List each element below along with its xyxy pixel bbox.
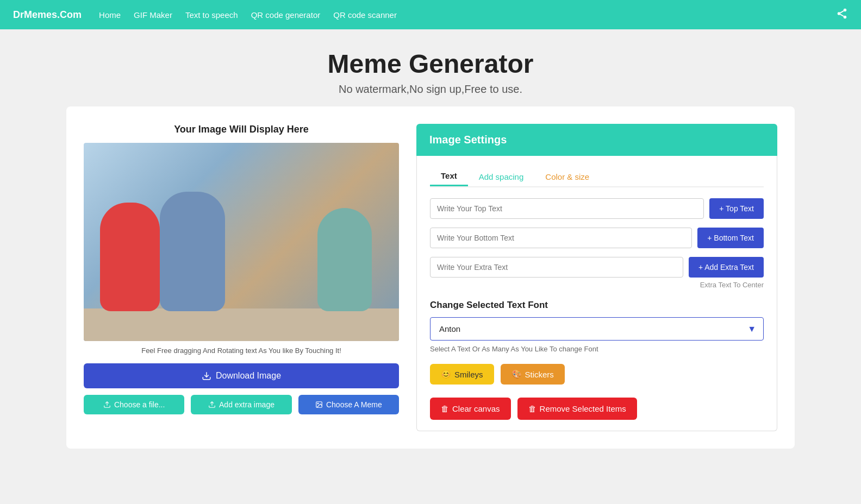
svg-line-4 <box>840 10 844 12</box>
tab-color-size[interactable]: Color & size <box>534 167 600 186</box>
add-extra-text-button[interactable]: + Add Extra Text <box>689 257 764 278</box>
add-extra-image-label: Add extra image <box>219 400 274 409</box>
font-section-title: Change Selected Text Font <box>430 300 764 311</box>
extra-text-input[interactable] <box>430 257 683 278</box>
brand-logo[interactable]: DrMemes.Com <box>13 9 82 21</box>
stickers-label: Stickers <box>525 370 554 379</box>
tab-text[interactable]: Text <box>430 167 468 186</box>
nav-link-home[interactable]: Home <box>99 10 121 20</box>
top-text-input[interactable] <box>430 198 704 219</box>
bottom-buttons: Choose a file... Add extra image Choose … <box>84 395 399 414</box>
add-extra-image-button[interactable]: Add extra image <box>191 395 291 414</box>
nav-link-qr-gen[interactable]: QR code generator <box>251 10 321 20</box>
download-button-label: Download Image <box>216 371 281 381</box>
left-panel: Your Image Will Display Here Feel Free d… <box>84 124 399 431</box>
svg-point-1 <box>838 12 841 15</box>
smileys-label: Smileys <box>454 370 483 379</box>
figure-blue <box>160 192 225 311</box>
smiley-icon: 😊 <box>441 369 451 379</box>
page-header: Meme Generator No watermark,No sign up,F… <box>0 29 861 106</box>
sticker-icon: 🎨 <box>511 369 522 379</box>
main-card: Your Image Will Display Here Feel Free d… <box>66 106 795 449</box>
choose-meme-label: Choose A Meme <box>326 400 382 409</box>
nav-link-qr-scan[interactable]: QR code scanner <box>333 10 397 20</box>
image-display-title: Your Image Will Display Here <box>174 124 309 135</box>
meme-canvas[interactable] <box>84 143 399 341</box>
nav-link-tts[interactable]: Text to speech <box>185 10 238 20</box>
smileys-button[interactable]: 😊 Smileys <box>430 364 494 385</box>
top-text-row: + Top Text <box>430 198 764 219</box>
action-buttons: 🗑 Clear canvas 🗑 Remove Selected Items <box>430 398 764 420</box>
font-hint: Select A Text Or As Many As You Like To … <box>430 345 764 353</box>
stickers-button[interactable]: 🎨 Stickers <box>501 364 565 385</box>
page-title: Meme Generator <box>0 49 861 79</box>
svg-line-3 <box>840 14 844 16</box>
settings-body: Text Add spacing Color & size + Top Text… <box>416 156 777 431</box>
nav-link-gif[interactable]: GIF Maker <box>134 10 172 20</box>
bottom-text-row: + Bottom Text <box>430 228 764 248</box>
settings-tabs: Text Add spacing Color & size <box>430 167 764 187</box>
download-button[interactable]: Download Image <box>84 363 399 388</box>
clear-canvas-button[interactable]: 🗑 Clear canvas <box>430 398 511 420</box>
settings-header: Image Settings <box>416 124 777 156</box>
svg-point-0 <box>844 8 847 11</box>
choose-file-button[interactable]: Choose a file... <box>84 395 184 414</box>
font-select[interactable]: Anton Arial Impact Comic Sans MS Times N… <box>430 317 764 341</box>
choose-meme-button[interactable]: Choose A Meme <box>298 395 399 414</box>
choose-file-label: Choose a file... <box>114 400 165 409</box>
emoji-buttons: 😊 Smileys 🎨 Stickers <box>430 364 764 385</box>
extra-text-row: + Add Extra Text <box>430 257 764 278</box>
page-subtitle: No watermark,No sign up,Free to use. <box>0 83 861 96</box>
figure-teal <box>317 208 372 311</box>
svg-point-9 <box>317 403 319 404</box>
font-select-wrapper: Anton Arial Impact Comic Sans MS Times N… <box>430 317 764 341</box>
extra-text-hint: Extra Text To Center <box>430 281 764 289</box>
remove-icon: 🗑 <box>528 404 536 413</box>
tab-spacing[interactable]: Add spacing <box>468 167 535 186</box>
figure-red <box>100 203 160 311</box>
right-panel: Image Settings Text Add spacing Color & … <box>416 124 777 431</box>
add-top-text-button[interactable]: + Top Text <box>709 198 764 219</box>
remove-selected-button[interactable]: 🗑 Remove Selected Items <box>517 398 637 420</box>
clear-canvas-label: Clear canvas <box>452 404 500 413</box>
navbar: DrMemes.Com Home GIF Maker Text to speec… <box>0 0 861 29</box>
bottom-text-input[interactable] <box>430 228 692 248</box>
trash-icon: 🗑 <box>441 404 449 413</box>
svg-point-2 <box>844 15 847 18</box>
share-icon[interactable] <box>836 8 848 22</box>
drag-hint: Feel Free dragging And Rotating text As … <box>141 346 341 355</box>
remove-selected-label: Remove Selected Items <box>540 404 626 413</box>
add-bottom-text-button[interactable]: + Bottom Text <box>697 228 764 248</box>
